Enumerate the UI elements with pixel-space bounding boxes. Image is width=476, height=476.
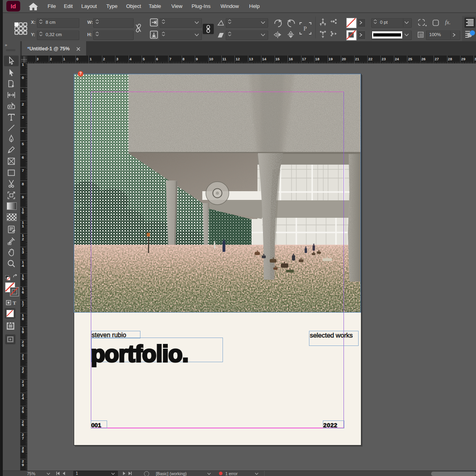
svg-text:T: T xyxy=(13,300,16,305)
svg-text:P: P xyxy=(303,25,307,32)
